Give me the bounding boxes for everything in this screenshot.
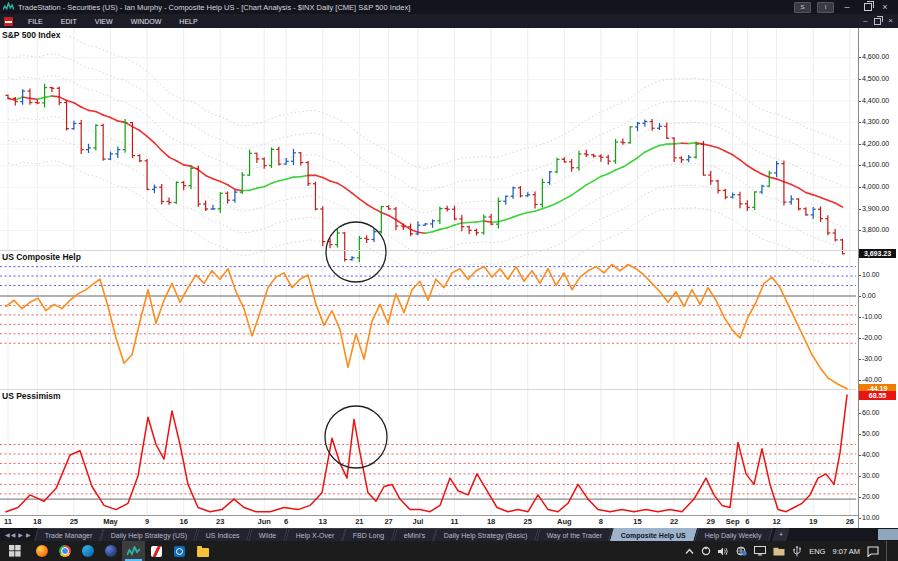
workspace-tab-way-of-the-trader[interactable]: Way of the Trader [536,528,613,541]
prev-workspace-icon[interactable]: ◀ [11,531,16,538]
date-tick: 15 [625,517,651,526]
workspace-tab-wilde[interactable]: Wilde [248,528,287,541]
volume-icon[interactable] [718,547,729,556]
add-workspace-button[interactable]: + [772,528,790,541]
workspace-tab-us-indices[interactable]: US Indices [195,528,251,541]
workspace-tab-daily-help-strategy-us-[interactable]: Daily Help Strategy (US) [100,528,198,541]
show-desktop-button[interactable] [886,541,890,561]
taskbar-app-firefox[interactable] [30,541,53,561]
axis-tick-label: 20.00 [862,493,880,500]
axis-tick-label: 3,900.00 [862,205,889,212]
hidden-icons-chevron-icon[interactable] [685,548,694,555]
workspace-tab-help-x-over[interactable]: Help X-Over [285,528,345,541]
restore-icon[interactable] [864,3,872,11]
child-close-icon[interactable]: × [888,17,893,25]
menu-file[interactable]: FILE [19,18,52,25]
workspace-tab-bar: ◀ ◀ ▶ ▶ Trade ManagerDaily Help Strategy… [0,528,898,541]
usb-icon[interactable] [792,546,802,557]
clock[interactable]: 9:07 AM [832,547,860,556]
axis-tick-label: -40.00 [862,376,882,383]
first-workspace-icon[interactable]: ◀ [5,531,8,538]
tray-app-icon[interactable] [701,546,711,556]
window-title: TradeStation - Securities (US) - Ian Mur… [18,3,794,12]
tradestation-icon [127,546,140,557]
menu-bar: FILEEDITVIEWWINDOWHELP – × [0,14,898,29]
axis-tick-label: 4,000.00 [862,183,889,190]
menu-window[interactable]: WINDOW [122,18,171,25]
axis-tick-label: 3,800.00 [862,226,889,233]
date-tick: May [97,517,123,526]
last-workspace-icon[interactable]: ▶ [26,531,31,538]
taskbar-app-chrome[interactable] [53,541,76,561]
axis-tick-label: 10.00 [862,514,880,521]
edge-icon [82,545,94,557]
taskbar-app-charting-app[interactable] [145,541,168,561]
date-tick: 25 [61,517,87,526]
chart-area[interactable]: S&P 500 Index US Composite Help US Pessi… [0,28,858,528]
price-axis[interactable]: 3,693.23 -44.19 68.55 4,600.004,500.004,… [858,28,898,528]
menu-help[interactable]: HELP [170,18,206,25]
axis-tick-label: 4,200.00 [862,140,889,147]
axis-tick-label: 4,400.00 [862,97,889,104]
axis-tick-label: 4,600.00 [862,53,889,60]
workspace-tab-composite-help-us[interactable]: Composite Help US [611,528,698,541]
tradestation-logo-icon [3,2,14,12]
menu-view[interactable]: VIEW [86,18,122,25]
workspace-tab-daily-help-strategy-basic-[interactable]: Daily Help Strategy (Basic) [433,528,538,541]
date-tick: Aug [551,517,577,526]
next-workspace-icon[interactable]: ▶ [18,531,23,538]
taskbar-app-edge[interactable] [76,541,99,561]
charting-app-icon [151,546,162,557]
display-icon[interactable] [754,546,766,556]
browser-icon [105,545,117,557]
start-button[interactable] [0,541,30,561]
windows-taskbar: ENG 9:07 AM [0,541,898,561]
axis-tick-label: 40.00 [862,451,880,458]
date-tick: 6 [273,517,299,526]
tabbar-scroll-thumb[interactable] [878,529,898,540]
close-icon[interactable]: × [878,3,892,12]
taskbar-app-browser[interactable] [99,541,122,561]
taskbar-app-outlook[interactable] [168,541,191,561]
workspace-tab-help-daily-weekly[interactable]: Help Daily Weekly [694,528,772,541]
minimize-icon[interactable]: – [840,3,854,12]
date-tick: 9 [134,517,160,526]
price-panel-label: S&P 500 Index [2,30,60,40]
date-axis[interactable]: 111825May91623Jun6132127Jul111825Aug8152… [0,515,858,529]
workspace-tab-emini-s[interactable]: eMini's [393,528,436,541]
axis-tick-label: -20.00 [862,334,882,341]
tray-folder-icon[interactable] [773,547,785,556]
menu-edit[interactable]: EDIT [52,18,86,25]
outlook-icon [174,546,185,557]
date-tick: 18 [478,517,504,526]
axis-tick-label: 10.00 [862,271,880,278]
i-quick-button[interactable]: I [817,2,834,13]
date-tick: 23 [207,517,233,526]
workspace-tab-fbd-long[interactable]: FBD Long [342,528,395,541]
axis-tick-label: 60.00 [862,409,880,416]
annotation-circle-pessimism [325,406,387,468]
date-tick: 11 [442,517,468,526]
workspace-icon [4,17,13,26]
pessimism-value-badge: 68.55 [859,391,896,400]
language-indicator[interactable]: ENG [809,547,825,556]
chrome-icon [59,545,71,557]
network-icon[interactable] [736,546,747,556]
chart-canvas[interactable] [0,28,858,528]
s-quick-button[interactable]: S [794,2,811,13]
date-tick: 27 [376,517,402,526]
file-explorer-icon [197,548,209,557]
date-tick: 8 [588,517,614,526]
taskbar-app-tradestation[interactable] [122,541,145,561]
last-price-badge: 3,693.23 [859,249,896,258]
child-minimize-icon[interactable]: – [863,17,867,25]
taskbar-app-file-explorer[interactable] [191,541,214,561]
pessimism-panel-label: US Pessimism [2,391,61,401]
workspace-tab-trade-manager[interactable]: Trade Manager [34,528,103,541]
axis-tick-label: 30.00 [862,472,880,479]
child-restore-icon[interactable] [874,18,881,25]
date-tick: 12 [764,517,790,526]
axis-tick-label: -30.00 [862,355,882,362]
date-tick: 22 [661,517,687,526]
action-center-icon[interactable] [867,546,879,557]
